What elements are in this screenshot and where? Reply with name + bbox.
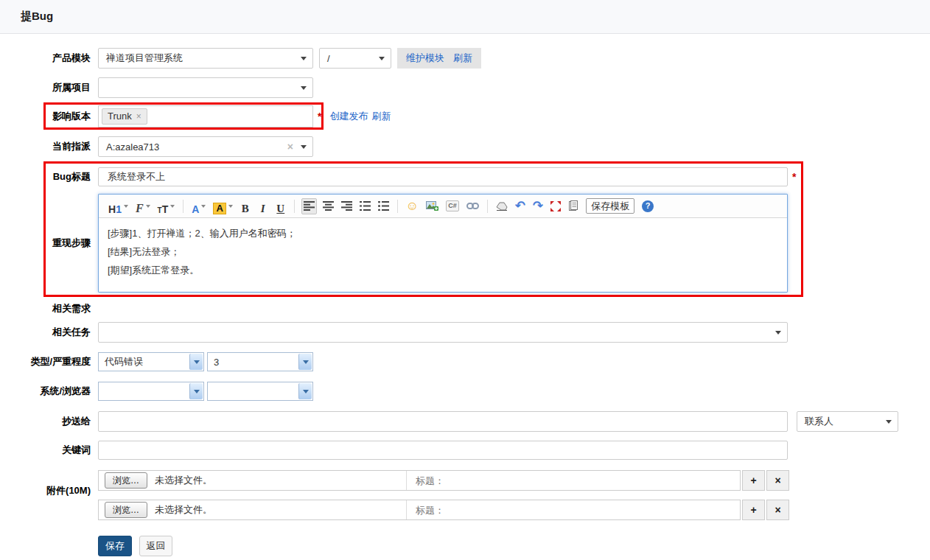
related-task-label: 相关任务 <box>0 326 91 339</box>
remove-format-icon[interactable] <box>494 198 509 214</box>
attachment-title-input[interactable] <box>407 471 740 490</box>
toolbar-separator <box>397 200 398 213</box>
chevron-down-icon <box>775 331 781 337</box>
unordered-list-icon[interactable] <box>377 198 391 214</box>
ordered-list-icon[interactable] <box>358 198 372 214</box>
clear-icon[interactable]: × <box>287 141 293 153</box>
highlight-color-dropdown[interactable]: A <box>211 198 234 214</box>
browse-button[interactable]: 浏览… <box>105 472 147 489</box>
related-task-row: 相关任务 <box>0 322 930 343</box>
version-tag: Trunk × <box>102 108 147 125</box>
cc-row: 抄送给 联系人 <box>0 411 930 432</box>
refresh-version-link[interactable]: 刷新 <box>371 110 391 123</box>
affected-version-row: 影响版本 Trunk × * 创建发布 刷新 <box>0 102 930 130</box>
chevron-down-icon <box>201 205 206 210</box>
product-select[interactable]: 禅道项目管理系统 <box>98 48 313 69</box>
undo-icon[interactable]: ↶ <box>514 198 527 214</box>
bug-title-input[interactable] <box>98 167 788 186</box>
create-release-link[interactable]: 创建发布 <box>329 110 368 123</box>
related-task-select[interactable] <box>98 322 788 343</box>
insert-link-icon[interactable] <box>465 198 480 214</box>
bug-type-select[interactable]: 代码错误 <box>98 352 204 371</box>
refresh-module-link[interactable]: 刷新 <box>453 52 472 65</box>
text-color-dropdown[interactable]: A <box>190 198 207 214</box>
chevron-down-icon <box>886 420 892 427</box>
add-attachment-button[interactable]: + <box>742 500 765 520</box>
chevron-down-icon <box>189 383 203 399</box>
file-picker[interactable]: 浏览… 未选择文件。 <box>99 471 407 490</box>
steps-label: 重现步骤 <box>46 237 91 250</box>
align-right-icon[interactable] <box>340 198 354 214</box>
steps-line: [结果]无法登录； <box>108 242 778 261</box>
font-size-dropdown[interactable]: TT <box>156 198 177 214</box>
related-story-label: 相关需求 <box>0 302 91 315</box>
chevron-down-icon <box>301 57 307 63</box>
affected-version-input[interactable]: Trunk × <box>98 105 313 127</box>
chevron-down-icon <box>298 354 312 370</box>
form-actions: 保存 返回 <box>98 536 930 556</box>
annotation-box-title-steps: Bug标题 * 重现步骤 H1 F TT <box>43 161 803 297</box>
browser-select[interactable] <box>207 382 313 401</box>
chevron-down-icon <box>228 205 233 210</box>
bug-create-form: 产品模块 禅道项目管理系统 / 维护模块 刷新 所属项目 影响版本 Trunk <box>0 34 930 556</box>
save-template-button[interactable]: 保存模板 <box>584 198 636 214</box>
font-family-dropdown[interactable]: F <box>134 198 152 214</box>
emoji-icon[interactable]: ☺ <box>405 198 420 214</box>
cc-input[interactable] <box>98 411 788 432</box>
module-select[interactable]: / <box>319 48 391 69</box>
module-actions: 维护模块 刷新 <box>397 48 481 69</box>
chevron-down-icon <box>146 205 150 210</box>
product-module-label: 产品模块 <box>0 52 91 65</box>
rich-text-editor: H1 F TT A A B I <box>98 194 788 293</box>
align-center-icon[interactable] <box>321 198 335 214</box>
insert-code-icon[interactable]: C# <box>444 198 461 214</box>
os-select[interactable] <box>98 382 204 401</box>
redo-icon[interactable]: ↷ <box>531 198 545 214</box>
chevron-down-icon <box>124 205 128 210</box>
product-module-row: 产品模块 禅道项目管理系统 / 维护模块 刷新 <box>0 48 930 69</box>
project-row: 所属项目 <box>0 77 930 98</box>
underline-button[interactable]: U <box>274 198 287 214</box>
browse-button[interactable]: 浏览… <box>105 502 147 518</box>
save-button[interactable]: 保存 <box>98 536 132 556</box>
bug-title-label: Bug标题 <box>46 170 91 183</box>
contacts-select[interactable]: 联系人 <box>797 411 898 432</box>
related-story-row: 相关需求 <box>0 301 930 317</box>
attachments-label: 附件(10M) <box>0 484 91 497</box>
help-icon[interactable]: ? <box>640 198 655 214</box>
keywords-input[interactable] <box>98 441 788 460</box>
paste-template-icon[interactable] <box>567 198 580 214</box>
required-asterisk: * <box>792 171 796 183</box>
back-button[interactable]: 返回 <box>139 536 172 556</box>
assigned-to-select[interactable]: A:azalea713 × <box>98 136 313 157</box>
assigned-to-label: 当前指派 <box>0 140 91 153</box>
chevron-down-icon <box>189 354 203 370</box>
steps-row: 重现步骤 H1 F TT A <box>46 194 801 293</box>
fullscreen-icon[interactable] <box>549 198 562 214</box>
bold-button[interactable]: B <box>239 198 252 214</box>
cc-label: 抄送给 <box>0 415 91 428</box>
maintain-module-link[interactable]: 维护模块 <box>406 52 444 65</box>
remove-attachment-button[interactable]: × <box>766 500 789 520</box>
add-attachment-button[interactable]: + <box>742 470 765 491</box>
attachment-title-input[interactable] <box>407 500 740 519</box>
type-severity-row: 类型/严重程度 代码错误 3 <box>0 352 930 371</box>
remove-tag-icon[interactable]: × <box>136 111 141 122</box>
align-left-icon[interactable] <box>301 198 317 214</box>
heading-dropdown[interactable]: H1 <box>107 198 130 214</box>
editor-content[interactable]: [步骤]1、打开禅道；2、输入用户名和密码； [结果]无法登录； [期望]系统正… <box>99 218 787 292</box>
chevron-down-icon <box>170 205 175 210</box>
italic-button[interactable]: I <box>256 198 270 214</box>
remove-attachment-button[interactable]: × <box>766 470 789 491</box>
file-picker[interactable]: 浏览… 未选择文件。 <box>99 500 407 519</box>
file-status: 未选择文件。 <box>155 474 212 487</box>
os-browser-row: 系统/浏览器 <box>0 382 930 401</box>
os-browser-label: 系统/浏览器 <box>0 385 91 398</box>
page-title: 提Bug <box>21 10 53 24</box>
keywords-label: 关键词 <box>0 444 91 457</box>
affected-version-label: 影响版本 <box>46 110 91 123</box>
severity-select[interactable]: 3 <box>207 352 313 371</box>
attachment-row: 浏览… 未选择文件。 + × <box>98 500 789 520</box>
project-select[interactable] <box>98 77 313 98</box>
insert-image-icon[interactable] <box>424 198 440 214</box>
